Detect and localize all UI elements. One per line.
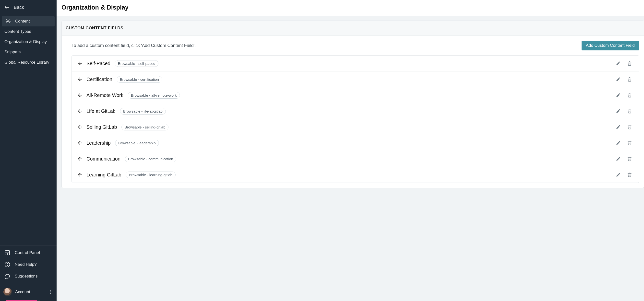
chat-icon xyxy=(4,273,10,279)
field-row: All-Remote Work Browsable - all-remote-w… xyxy=(72,87,639,103)
field-name: All-Remote Work xyxy=(86,92,124,98)
progress-bar xyxy=(6,300,40,301)
field-name: Learning GitLab xyxy=(86,172,121,178)
account-menu-button[interactable] xyxy=(47,289,53,295)
field-row: Selling GitLab Browsable - selling-gitla… xyxy=(72,119,639,135)
edit-button[interactable] xyxy=(615,92,622,99)
field-name: Life at GitLab xyxy=(86,108,116,114)
delete-button[interactable] xyxy=(626,60,633,67)
sidebar-item-content[interactable]: Content xyxy=(2,16,54,26)
drag-handle-icon[interactable] xyxy=(78,93,82,97)
field-badge: Browsable - selling-gitlab xyxy=(122,124,169,130)
drag-handle-icon[interactable] xyxy=(78,109,82,113)
avatar xyxy=(4,288,12,296)
field-badge: Browsable - communication xyxy=(125,156,176,162)
delete-button[interactable] xyxy=(626,92,633,99)
field-name: Selling GitLab xyxy=(86,124,117,130)
field-row: Certification Browsable - certification xyxy=(72,71,639,87)
delete-button[interactable] xyxy=(626,139,633,146)
edit-button[interactable] xyxy=(615,108,622,114)
drag-handle-icon[interactable] xyxy=(78,141,82,145)
field-badge: Browsable - all-remote-work xyxy=(128,92,180,99)
edit-button[interactable] xyxy=(615,76,622,83)
field-name: Leadership xyxy=(86,140,111,146)
arrow-left-icon xyxy=(4,4,10,10)
sidebar-item-control-panel[interactable]: Control Panel xyxy=(2,247,54,259)
sidebar-item-snippets[interactable]: Snippets xyxy=(2,47,54,57)
panel-icon xyxy=(4,250,10,256)
back-label: Back xyxy=(14,5,24,10)
sidebar-item-content-types[interactable]: Content Types xyxy=(2,26,54,37)
field-row: Learning GitLab Browsable - learning-git… xyxy=(72,167,639,183)
back-button[interactable]: Back xyxy=(0,0,56,16)
edit-button[interactable] xyxy=(615,139,622,146)
sidebar-item-need-help[interactable]: Need Help? xyxy=(2,259,54,271)
page-title: Organization & Display xyxy=(62,4,639,11)
main: Organization & Display CUSTOM CONTENT FI… xyxy=(56,0,644,301)
drag-handle-icon[interactable] xyxy=(78,173,82,177)
delete-button[interactable] xyxy=(626,171,633,178)
sidebar-item-label: Snippets xyxy=(4,50,20,54)
sidebar: Back Content Content Types Organization … xyxy=(0,0,56,301)
helper-text: To add a custom content field, click 'Ad… xyxy=(72,43,196,48)
sidebar-item-suggestions[interactable]: Suggestions xyxy=(2,271,54,282)
field-name: Certification xyxy=(86,77,112,82)
sidebar-item-global-resource-library[interactable]: Global Resource Library xyxy=(2,57,54,67)
drag-handle-icon[interactable] xyxy=(78,157,82,161)
field-badge: Browsable - learning-gitlab xyxy=(126,172,176,178)
field-badge: Browsable - leadership xyxy=(115,140,159,146)
delete-button[interactable] xyxy=(626,76,633,83)
drag-handle-icon[interactable] xyxy=(78,61,82,66)
help-icon xyxy=(4,262,10,268)
sidebar-item-label: Control Panel xyxy=(15,250,40,255)
field-row: Communication Browsable - communication xyxy=(72,151,639,167)
edit-button[interactable] xyxy=(615,155,622,162)
field-row: Life at GitLab Browsable - life-at-gitla… xyxy=(72,103,639,119)
edit-button[interactable] xyxy=(615,124,622,130)
field-row: Self-Paced Browsable - self-paced xyxy=(72,55,639,71)
field-row: Leadership Browsable - leadership xyxy=(72,135,639,151)
delete-button[interactable] xyxy=(626,108,633,114)
sidebar-item-label: Global Resource Library xyxy=(4,60,49,65)
field-badge: Browsable - self-paced xyxy=(115,60,159,67)
field-badge: Browsable - life-at-gitlab xyxy=(120,108,166,114)
page-header: Organization & Display xyxy=(56,0,644,16)
field-badge: Browsable - certification xyxy=(117,76,162,83)
section-title: CUSTOM CONTENT FIELDS xyxy=(62,21,644,36)
gear-icon xyxy=(6,18,11,24)
custom-content-fields-panel: CUSTOM CONTENT FIELDS To add a custom co… xyxy=(62,20,644,188)
sidebar-item-organization-display[interactable]: Organization & Display xyxy=(2,37,54,47)
edit-button[interactable] xyxy=(615,60,622,67)
sidebar-item-label: Suggestions xyxy=(15,274,38,279)
sidebar-item-label: Content Types xyxy=(4,29,31,34)
sidebar-item-label: Need Help? xyxy=(15,262,37,267)
delete-button[interactable] xyxy=(626,155,633,162)
field-list: Self-Paced Browsable - self-paced Certif… xyxy=(72,55,639,183)
field-name: Communication xyxy=(86,156,120,162)
sidebar-item-label: Organization & Display xyxy=(4,39,47,44)
add-custom-content-field-button[interactable]: Add Custom Content Field xyxy=(582,41,639,50)
drag-handle-icon[interactable] xyxy=(78,77,82,81)
edit-button[interactable] xyxy=(615,171,622,178)
delete-button[interactable] xyxy=(626,124,633,130)
drag-handle-icon[interactable] xyxy=(78,125,82,129)
sidebar-item-label: Content xyxy=(15,19,30,24)
account-area: Account xyxy=(0,284,56,300)
field-name: Self-Paced xyxy=(86,61,110,66)
account-label[interactable]: Account xyxy=(15,290,44,295)
